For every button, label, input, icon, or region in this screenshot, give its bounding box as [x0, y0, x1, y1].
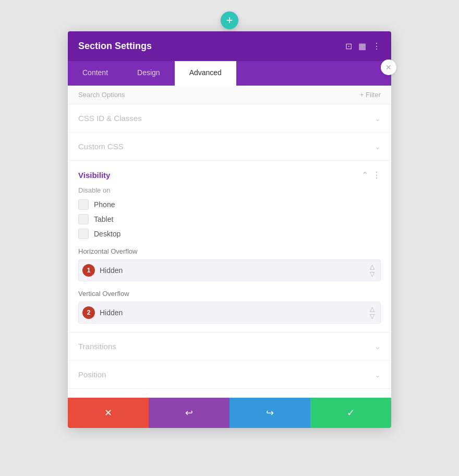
chevron-up-icon[interactable]: ⌃: [361, 170, 368, 180]
css-id-classes-section[interactable]: CSS ID & Classes ⌄: [68, 104, 391, 133]
visibility-more-icon[interactable]: ⋮: [372, 170, 381, 180]
badge-2: 2: [82, 306, 95, 319]
vertical-overflow-label: Vertical Overflow: [78, 290, 381, 298]
horizontal-overflow-select[interactable]: Hidden Default Visible Auto Scroll: [78, 259, 381, 281]
footer-bar: ✕ ↩ ↪ ✓: [68, 398, 391, 428]
tabs-bar: Content Design Advanced: [68, 61, 391, 86]
more-icon[interactable]: ⋮: [372, 41, 381, 51]
css-id-classes-label: CSS ID & Classes: [78, 114, 142, 123]
horizontal-overflow-label: Horizontal Overflow: [78, 247, 381, 255]
position-label: Position: [78, 370, 106, 379]
section-settings-modal: Section Settings ⊡ ▦ ⋮ Content Design Ad…: [68, 31, 391, 428]
disable-on-label: Disable on: [78, 186, 381, 194]
badge-1: 1: [82, 264, 95, 277]
transitions-label: Transitions: [78, 342, 116, 351]
header-actions: ⊡ ▦ ⋮: [345, 41, 381, 51]
position-section[interactable]: Position ⌄: [68, 361, 391, 389]
plus-icon: +: [226, 14, 233, 27]
tablet-checkbox[interactable]: [78, 214, 89, 224]
disable-phone-row: Phone: [78, 199, 381, 210]
phone-label: Phone: [94, 200, 115, 209]
horizontal-overflow-group: Horizontal Overflow 1 Hidden Default Vis…: [78, 247, 381, 281]
desktop-checkbox[interactable]: [78, 229, 89, 239]
cancel-button[interactable]: ✕: [68, 398, 149, 428]
phone-checkbox[interactable]: [78, 199, 89, 210]
redo-button[interactable]: ↪: [230, 398, 310, 428]
add-section-button[interactable]: +: [221, 11, 238, 29]
search-filter-bar: Search Options + Filter: [68, 86, 391, 104]
resize-icon[interactable]: ⊡: [345, 41, 352, 51]
vertical-overflow-wrapper: 2 Hidden Default Visible Auto Scroll △▽: [78, 302, 381, 324]
desktop-label: Desktop: [94, 230, 120, 238]
modal-header: Section Settings ⊡ ▦ ⋮: [68, 31, 391, 61]
tab-advanced[interactable]: Advanced: [175, 61, 236, 86]
vertical-overflow-select[interactable]: Hidden Default Visible Auto Scroll: [78, 302, 381, 324]
columns-icon[interactable]: ▦: [358, 41, 366, 51]
chevron-down-icon: ⌄: [375, 342, 381, 351]
chevron-down-icon: ⌄: [375, 371, 381, 379]
modal-body: CSS ID & Classes ⌄ Custom CSS ⌄ Visibili…: [68, 104, 391, 428]
disable-tablet-row: Tablet: [78, 214, 381, 224]
close-icon: ✕: [385, 63, 392, 72]
search-options-label: Search Options: [78, 91, 125, 99]
undo-button[interactable]: ↩: [149, 398, 230, 428]
tablet-label: Tablet: [94, 215, 113, 223]
visibility-header: Visibility ⌃ ⋮: [78, 161, 381, 186]
filter-button[interactable]: + Filter: [360, 91, 381, 99]
custom-css-section[interactable]: Custom CSS ⌄: [68, 133, 391, 161]
visibility-section: Visibility ⌃ ⋮ Disable on Phone Tablet D…: [68, 161, 391, 332]
chevron-down-icon: ⌄: [375, 142, 381, 151]
custom-css-label: Custom CSS: [78, 142, 124, 151]
transitions-section[interactable]: Transitions ⌄: [68, 332, 391, 361]
chevron-down-icon: ⌄: [375, 114, 381, 123]
visibility-icons: ⌃ ⋮: [361, 170, 381, 180]
tab-content[interactable]: Content: [68, 61, 123, 86]
save-button[interactable]: ✓: [310, 398, 391, 428]
disable-desktop-row: Desktop: [78, 229, 381, 239]
close-button[interactable]: ✕: [381, 59, 396, 75]
horizontal-overflow-wrapper: 1 Hidden Default Visible Auto Scroll △▽: [78, 259, 381, 281]
modal-title: Section Settings: [78, 41, 152, 52]
tab-design[interactable]: Design: [123, 61, 175, 86]
vertical-overflow-group: Vertical Overflow 2 Hidden Default Visib…: [78, 290, 381, 324]
visibility-title: Visibility: [78, 171, 110, 180]
